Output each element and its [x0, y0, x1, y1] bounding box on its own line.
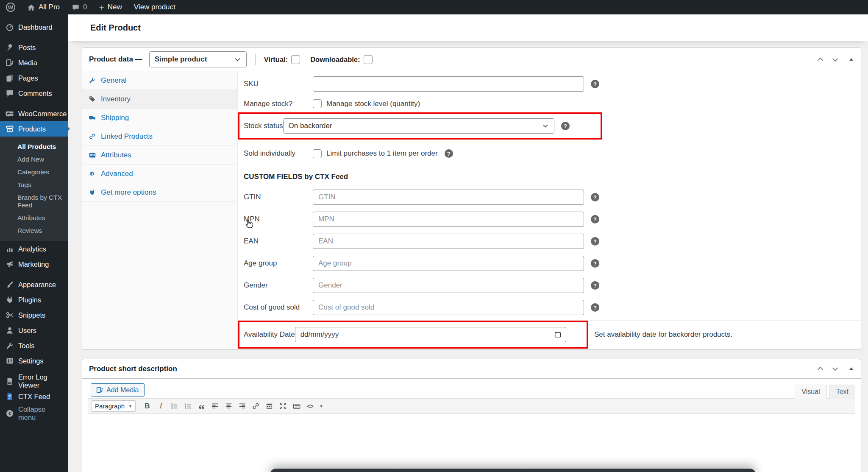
sku-help-icon[interactable]: ?	[591, 80, 599, 88]
gtin-label: GTIN	[244, 193, 313, 201]
sku-row: SKU ?	[238, 76, 861, 92]
tab-shipping[interactable]: Shipping	[82, 109, 237, 127]
view-product-label: View product	[134, 3, 175, 11]
manage-stock-label: Manage stock?	[244, 100, 313, 108]
comments-shortcut[interactable]: 0	[66, 0, 93, 14]
sidebar-item-appearance[interactable]: Appearance	[0, 277, 68, 292]
availability-date-input[interactable]: dd/mm/yyyy	[295, 327, 566, 342]
virtual-checkbox[interactable]	[291, 55, 300, 64]
submenu-all-products[interactable]: All Products	[0, 140, 68, 153]
calendar-icon[interactable]	[554, 331, 562, 338]
editor-content[interactable]	[88, 414, 855, 472]
sidebar-item-pages[interactable]: Pages	[0, 70, 68, 86]
tab-visual[interactable]: Visual	[795, 385, 826, 399]
sidebar-item-products[interactable]: Products	[0, 121, 68, 137]
gtin-input[interactable]	[313, 190, 584, 205]
sidebar-item-dashboard[interactable]: Dashboard	[0, 20, 68, 35]
add-media-button[interactable]: Add Media	[91, 383, 145, 397]
products-icon	[5, 125, 14, 134]
move-up-icon[interactable]	[816, 365, 824, 373]
bold-button[interactable]: B	[141, 400, 153, 412]
more-options-caret[interactable]: ▼	[317, 400, 325, 412]
sidebar-item-ctx-feed[interactable]: CTX Feed	[0, 389, 68, 404]
blockquote-button[interactable]: “	[195, 400, 208, 412]
sidebar-item-posts[interactable]: Posts	[0, 40, 68, 55]
cogs-help-icon[interactable]: ?	[591, 303, 599, 312]
new-content-menu[interactable]: + New	[93, 0, 128, 14]
stock-status-select[interactable]: On backorder	[283, 118, 554, 134]
read-more-button[interactable]	[263, 400, 275, 412]
age-group-input[interactable]	[313, 256, 584, 271]
sidebar-item-settings[interactable]: Settings	[0, 353, 68, 369]
sidebar-item-analytics[interactable]: Analytics	[0, 241, 68, 257]
pages-icon	[5, 74, 14, 83]
ean-input[interactable]	[313, 234, 584, 249]
paragraph-select[interactable]: Paragraph ▼	[92, 400, 136, 412]
stock-status-help-icon[interactable]: ?	[561, 122, 570, 130]
ean-help-icon[interactable]: ?	[591, 237, 599, 246]
sidebar-item-snippets[interactable]: Snippets	[0, 307, 68, 323]
tab-linked-products[interactable]: Linked Products	[82, 127, 237, 146]
code-button[interactable]: <>	[304, 400, 316, 412]
tab-advanced[interactable]: Advanced	[82, 165, 237, 183]
manage-stock-checkbox[interactable]	[313, 99, 322, 108]
wp-logo-menu[interactable]: W	[0, 0, 21, 14]
bulleted-list-button[interactable]	[168, 400, 181, 412]
short-description-panel: Product short description	[82, 359, 861, 472]
align-right-button[interactable]	[236, 400, 248, 412]
align-left-button[interactable]	[209, 400, 221, 412]
sold-individually-help-icon[interactable]: ?	[445, 149, 453, 158]
numbered-list-button[interactable]	[182, 400, 194, 412]
tab-inventory[interactable]: Inventory	[82, 90, 237, 109]
product-type-select[interactable]: Simple product	[149, 51, 247, 67]
gtin-help-icon[interactable]: ?	[591, 193, 599, 201]
gender-input[interactable]	[313, 278, 584, 293]
tab-general[interactable]: General	[82, 71, 237, 90]
product-data-header: Product data — Simple product Virtual: D…	[82, 48, 861, 71]
submenu-tags[interactable]: Tags	[0, 179, 68, 191]
tab-get-more-options[interactable]: Get more options	[82, 183, 237, 202]
sidebar-item-woocommerce[interactable]: WooCommerce	[0, 106, 68, 121]
product-type-value: Simple product	[155, 55, 207, 64]
submenu-attributes[interactable]: Attributes	[0, 212, 68, 224]
short-description-header: Product short description	[82, 359, 861, 379]
move-down-icon[interactable]	[831, 56, 839, 64]
sold-individually-row: Sold individually Limit purchases to 1 i…	[238, 144, 861, 163]
submenu-add-new[interactable]: Add New	[0, 153, 68, 166]
submenu-categories[interactable]: Categories	[0, 166, 68, 179]
sidebar-item-users[interactable]: Users	[0, 323, 68, 338]
short-description-title: Product short description	[89, 365, 177, 373]
mpn-input[interactable]	[313, 212, 584, 227]
sidebar-item-comments[interactable]: Comments	[0, 86, 68, 101]
fullscreen-button[interactable]	[277, 400, 289, 412]
age-group-label: Age group	[244, 259, 313, 268]
collapse-menu-button[interactable]: Collapse menu	[0, 406, 68, 421]
downloadable-checkbox[interactable]	[364, 55, 373, 64]
view-product-link[interactable]: View product	[128, 0, 181, 14]
age-group-help-icon[interactable]: ?	[591, 259, 599, 268]
sidebar-item-tools[interactable]: Tools	[0, 338, 68, 353]
sidebar-item-media[interactable]: Media	[0, 55, 68, 70]
sku-input[interactable]	[313, 76, 584, 92]
sidebar-item-marketing[interactable]: Marketing	[0, 257, 68, 272]
toggle-panel-icon[interactable]	[849, 57, 854, 62]
tab-text[interactable]: Text	[829, 385, 855, 399]
link-button[interactable]	[250, 400, 262, 412]
move-down-icon[interactable]	[831, 365, 839, 373]
cogs-input[interactable]	[313, 300, 584, 315]
site-name-link[interactable]: All Pro	[21, 0, 66, 14]
sidebar-item-plugins[interactable]: Plugins	[0, 292, 68, 307]
italic-button[interactable]: I	[155, 400, 167, 412]
gender-help-icon[interactable]: ?	[591, 281, 599, 290]
toggle-panel-icon[interactable]	[849, 366, 854, 371]
submenu-brands-by-ctx-feed[interactable]: Brands by CTX Feed	[0, 191, 68, 212]
admin-bar: W All Pro 0 + New View product	[0, 0, 868, 14]
sidebar-item-error-log-viewer[interactable]: Error Log Viewer	[0, 374, 68, 389]
toolbar-toggle-button[interactable]	[290, 400, 303, 412]
move-up-icon[interactable]	[816, 56, 824, 64]
align-center-button[interactable]	[223, 400, 235, 412]
sold-individually-checkbox[interactable]	[313, 149, 322, 158]
submenu-reviews[interactable]: Reviews	[0, 224, 68, 237]
tab-attributes[interactable]: Attributes	[82, 146, 237, 165]
mpn-help-icon[interactable]: ?	[591, 215, 599, 223]
